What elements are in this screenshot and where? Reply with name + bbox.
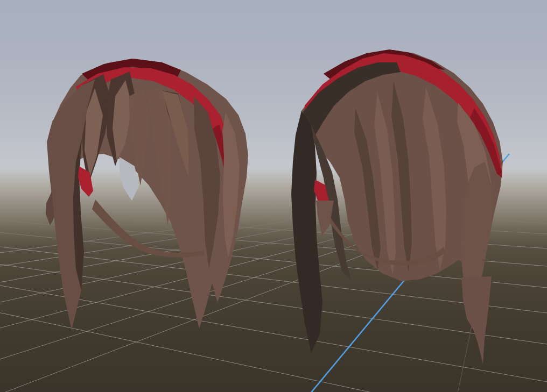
scene-viewport[interactable] — [0, 0, 547, 392]
